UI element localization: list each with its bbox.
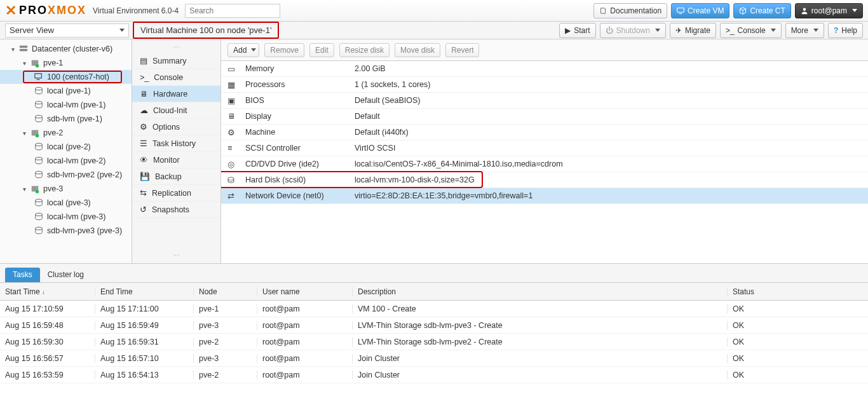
task-row[interactable]: Aug 15 16:53:59Aug 15 16:54:13pve-2root@… [0, 367, 868, 383]
hw-processors[interactable]: ▦Processors1 (1 sockets, 1 cores) [221, 77, 868, 93]
svg-point-20 [36, 213, 43, 215]
hw-network[interactable]: ⇄Network Device (net0)virtio=E2:8D:2B:EA… [221, 188, 868, 204]
hw-display[interactable]: 🖥DisplayDefault [221, 109, 868, 125]
cpu-icon: ▦ [227, 80, 238, 90]
tab-cluster-log[interactable]: Cluster log [40, 268, 92, 282]
task-row[interactable]: Aug 15 16:56:57Aug 15 16:57:10pve-3root@… [0, 350, 868, 367]
svg-point-11 [36, 115, 43, 118]
storage-icon [34, 156, 43, 165]
chevron-down-icon [119, 29, 125, 32]
tree-storage-local-pve2[interactable]: local (pve-2) [0, 140, 132, 154]
tree-storage-local-pve1[interactable]: local (pve-1) [0, 84, 132, 98]
chevron-down-icon [771, 29, 776, 32]
svg-rect-4 [20, 49, 27, 51]
menu-snapshots[interactable]: ↺Snapshots [132, 201, 220, 218]
storage-icon [34, 212, 43, 221]
network-icon: ⇄ [227, 191, 238, 201]
book-icon [599, 7, 607, 15]
scroll-down-icon[interactable]: ﹀ [132, 250, 220, 263]
console-button[interactable]: >_Console [720, 23, 782, 38]
tree-storage-locallvm-pve2[interactable]: local-lvm (pve-2) [0, 154, 132, 168]
tree-vm-100[interactable]: 100 (centos7-hot) [0, 70, 132, 84]
monitor-icon: 🖥 [140, 90, 148, 99]
svg-rect-1 [679, 13, 682, 13]
edit-button[interactable]: Edit [309, 43, 334, 57]
chip-icon: ▣ [227, 96, 238, 106]
proxmox-logo: ✕ PROXMOX [5, 3, 86, 19]
tree-storage-sdb-pve1[interactable]: sdb-lvm (pve-1) [0, 112, 132, 126]
help-icon: ? [834, 26, 838, 35]
help-button[interactable]: ?Help [828, 23, 863, 38]
power-icon: ⏻ [606, 26, 613, 35]
hw-cdrom[interactable]: ◎CD/DVD Drive (ide2)local:iso/CentOS-7-x… [221, 156, 868, 172]
task-row[interactable]: Aug 15 16:59:48Aug 15 16:59:49pve-3root@… [0, 317, 868, 334]
top-bar: ✕ PROXMOX Virtual Environment 6.0-4 Docu… [0, 0, 868, 22]
tree-storage-locallvm-pve3[interactable]: local-lvm (pve-3) [0, 210, 132, 224]
history-icon: ↺ [140, 205, 147, 214]
task-row[interactable]: Aug 15 17:10:59Aug 15 17:11:00pve-1root@… [0, 301, 868, 317]
scroll-up-icon[interactable]: ︿ [132, 39, 220, 53]
remove-button[interactable]: Remove [264, 43, 304, 57]
tree-node-pve1[interactable]: ▾ pve-1 [0, 56, 132, 70]
menu-replication[interactable]: ⇆Replication [132, 185, 220, 201]
tree-storage-sdb-pve2[interactable]: sdb-lvm-pve2 (pve-2) [0, 168, 132, 182]
storage-icon [34, 86, 43, 95]
move-disk-button[interactable]: Move disk [395, 43, 440, 57]
sort-down-icon: ↓ [42, 289, 45, 296]
user-menu-button[interactable]: root@pam [795, 3, 863, 18]
add-button[interactable]: Add [227, 43, 259, 57]
more-button[interactable]: More [785, 23, 824, 38]
tab-tasks[interactable]: Tasks [5, 268, 40, 282]
svg-point-16 [36, 171, 43, 174]
svg-rect-3 [20, 46, 27, 48]
start-button[interactable]: ▶Start [559, 23, 595, 38]
tree-storage-local-pve3[interactable]: local (pve-3) [0, 196, 132, 210]
menu-summary[interactable]: ▤Summary [132, 53, 220, 69]
hw-machine[interactable]: ⚙MachineDefault (i440fx) [221, 125, 868, 140]
cd-icon: ◎ [227, 160, 238, 169]
hardware-table[interactable]: ▭Memory2.00 GiB ▦Processors1 (1 sockets,… [221, 61, 868, 263]
terminal-icon: >_ [726, 26, 735, 35]
server-icon [31, 128, 39, 137]
menu-monitor[interactable]: 👁Monitor [132, 152, 220, 168]
monitor-icon [34, 72, 43, 81]
task-grid-body[interactable]: Aug 15 17:10:59Aug 15 17:11:00pve-1root@… [0, 301, 868, 395]
chevron-down-icon [655, 29, 660, 32]
menu-options[interactable]: ⚙Options [132, 119, 220, 135]
menu-backup[interactable]: 💾Backup [132, 168, 220, 185]
resize-disk-button[interactable]: Resize disk [339, 43, 390, 57]
global-search-input[interactable] [185, 4, 280, 18]
menu-console[interactable]: >_Console [132, 69, 220, 86]
documentation-button[interactable]: Documentation [593, 3, 667, 18]
server-view-select[interactable]: Server View [5, 24, 129, 38]
svg-point-10 [36, 101, 43, 104]
hw-scsi[interactable]: ≡SCSI ControllerVirtIO SCSI [221, 140, 868, 156]
task-grid-header[interactable]: Start Time↓ End Time Node User name Desc… [0, 283, 868, 301]
menu-hardware[interactable]: 🖥Hardware [132, 86, 220, 102]
tree-storage-locallvm-pve1[interactable]: local-lvm (pve-1) [0, 98, 132, 112]
create-ct-button[interactable]: Create CT [733, 3, 790, 18]
tree-storage-sdb-pve3[interactable]: sdb-lvm-pve3 (pve-3) [0, 224, 132, 238]
user-icon [801, 7, 808, 15]
shutdown-button[interactable]: ⏻Shutdown [600, 23, 666, 38]
menu-cloudinit[interactable]: ☁Cloud-Init [132, 102, 220, 119]
eye-icon: 👁 [140, 156, 148, 165]
col-status: Status [728, 287, 868, 296]
task-row[interactable]: Aug 15 16:59:30Aug 15 16:59:31pve-2root@… [0, 334, 868, 350]
hw-bios[interactable]: ▣BIOSDefault (SeaBIOS) [221, 93, 868, 109]
tree-node-pve3[interactable]: ▾ pve-3 [0, 182, 132, 196]
revert-button[interactable]: Revert [445, 43, 479, 57]
tree-datacenter[interactable]: ▾ Datacenter (cluster-v6) [0, 42, 132, 56]
hw-memory[interactable]: ▭Memory2.00 GiB [221, 61, 868, 77]
breadcrumb: Virtual Machine 100 on node 'pve-1' [133, 22, 279, 39]
svg-point-21 [36, 227, 43, 229]
tree-node-pve2[interactable]: ▾ pve-2 [0, 126, 132, 140]
migrate-button[interactable]: ✈Migrate [670, 23, 716, 38]
scsi-icon: ≡ [227, 144, 238, 153]
gear-icon: ⚙ [140, 122, 147, 132]
resource-tree[interactable]: ▾ Datacenter (cluster-v6) ▾ pve-1 100 (c… [0, 39, 132, 263]
menu-taskhistory[interactable]: ☰Task History [132, 135, 220, 152]
main-content: ▾ Datacenter (cluster-v6) ▾ pve-1 100 (c… [0, 39, 868, 263]
display-icon: 🖥 [227, 112, 238, 121]
create-vm-button[interactable]: Create VM [671, 3, 729, 18]
